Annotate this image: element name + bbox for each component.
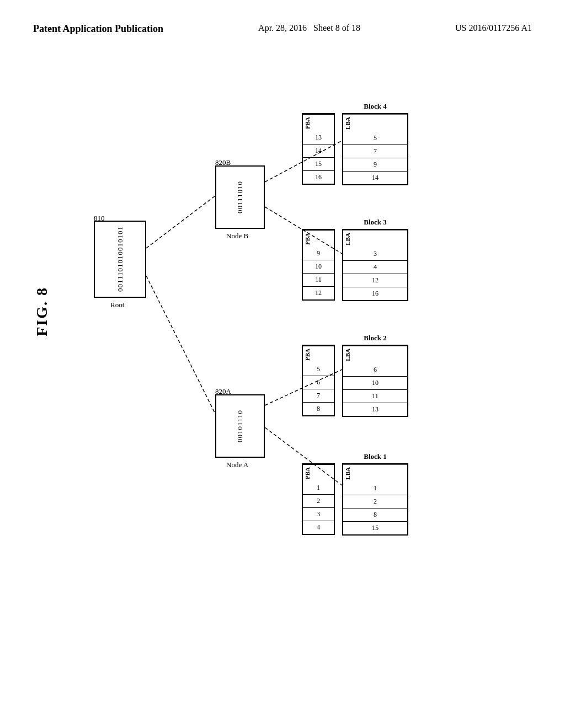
block4-pba-col: PBA 13 14 15 16	[302, 113, 335, 185]
block1-lba-1: 1	[343, 482, 407, 495]
block2-lba-4: 13	[343, 403, 407, 416]
block1-lba-3: 8	[343, 508, 407, 522]
diagram-lines	[33, 88, 554, 695]
block2-title: Block 2	[342, 334, 408, 342]
block2-table: LBA 6 10 11 13	[342, 345, 408, 417]
block4-pba-2: 14	[303, 144, 334, 158]
block1-table: LBA 1 2 8 15	[342, 463, 408, 536]
block1-title: Block 1	[342, 452, 408, 461]
root-node-box: 0011101010010101	[94, 221, 146, 298]
diagram-area: 0011101010010101 Root 810 00111010 Node …	[33, 88, 554, 695]
block3-title: Block 3	[342, 218, 408, 227]
block4-pba-1: 13	[303, 131, 334, 144]
block1-pba-col: PBA 1 2 3 4	[302, 463, 335, 535]
block3-pba-3: 11	[303, 274, 334, 287]
block2-lba-header: LBA	[343, 346, 407, 363]
block3-lba-2: 4	[343, 261, 407, 274]
block1-lba-col: LBA 1 2 8 15	[343, 464, 407, 534]
block2-pba-1: 5	[303, 363, 334, 376]
block1-pba-3: 3	[303, 508, 334, 521]
node-b-ref: 820B	[215, 158, 231, 167]
block2-pba-2: 6	[303, 376, 334, 389]
block3-pba-4: 12	[303, 287, 334, 299]
block1-pba-2: 2	[303, 495, 334, 508]
node-b-value: 00111010	[236, 181, 244, 213]
block1-lba-2: 2	[343, 495, 407, 508]
block4-lba-2: 7	[343, 145, 407, 158]
node-a-value: 00101110	[236, 410, 244, 442]
node-b-box: 00111010	[215, 165, 265, 229]
block4-table: LBA 5 7 9 14	[342, 113, 408, 185]
svg-line-1	[146, 276, 215, 414]
node-a-ref: 820A	[215, 387, 231, 396]
block2-pba-3: 7	[303, 389, 334, 403]
block4-lba-1: 5	[343, 132, 407, 145]
block3-lba-4: 16	[343, 287, 407, 300]
block2-lba-col: LBA 6 10 11 13	[343, 346, 407, 416]
block4-title: Block 4	[342, 102, 408, 111]
root-node-label: Root	[110, 301, 124, 309]
node-b-label: Node B	[226, 232, 248, 240]
block4-lba-3: 9	[343, 158, 407, 172]
block2-lba-2: 10	[343, 377, 407, 390]
block2-pba-header: PBA	[303, 346, 334, 363]
block1-pba-4: 4	[303, 521, 334, 534]
block2-pba-col: PBA 5 6 7 8	[302, 345, 335, 416]
node-a-box: 00101110	[215, 394, 265, 458]
block4-lba-4: 14	[343, 172, 407, 184]
block3-lba-header: LBA	[343, 230, 407, 248]
block3-pba-col: PBA 9 10 11 12	[302, 229, 335, 301]
block3-lba-col: LBA 3 4 12 16	[343, 230, 407, 300]
block1-pba-header: PBA	[303, 464, 334, 481]
publication-title: Patent Application Publication	[33, 22, 163, 36]
block1-lba-header: LBA	[343, 464, 407, 482]
page-header: Patent Application Publication Apr. 28, …	[33, 22, 532, 36]
block2-lba-1: 6	[343, 363, 407, 377]
block3-table: LBA 3 4 12 16	[342, 229, 408, 301]
block1-lba-4: 15	[343, 522, 407, 534]
block4-lba-col: LBA 5 7 9 14	[343, 114, 407, 184]
block2-pba-4: 8	[303, 403, 334, 415]
block1-pba-1: 1	[303, 481, 334, 495]
block4-pba-4: 16	[303, 171, 334, 184]
block3-lba-3: 12	[343, 274, 407, 287]
block3-pba-1: 9	[303, 247, 334, 260]
block4-pba-header: PBA	[303, 114, 334, 131]
header-date-sheet: Apr. 28, 2016 Sheet 8 of 18	[258, 22, 360, 34]
block3-pba-header: PBA	[303, 230, 334, 247]
patent-number: US 2016/0117256 A1	[455, 22, 532, 34]
block2-lba-3: 11	[343, 390, 407, 403]
svg-line-0	[146, 196, 215, 248]
block3-pba-2: 10	[303, 260, 334, 274]
node-a-label: Node A	[226, 461, 248, 469]
root-ref: 810	[94, 214, 105, 223]
block4-lba-header: LBA	[343, 114, 407, 132]
root-node-value: 0011101010010101	[116, 226, 125, 292]
block4-pba-3: 15	[303, 158, 334, 171]
block3-lba-1: 3	[343, 248, 407, 261]
